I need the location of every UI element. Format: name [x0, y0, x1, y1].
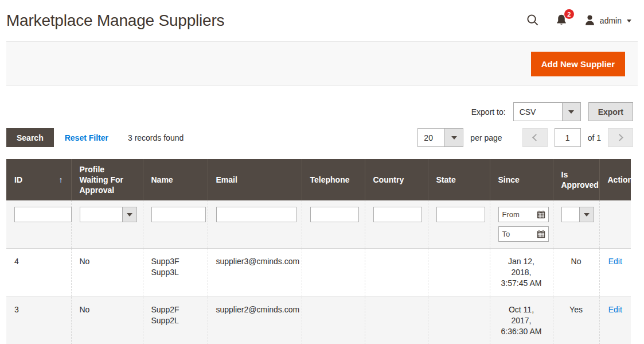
admin-account-menu[interactable]: admin: [584, 14, 631, 28]
chevron-down-icon: [579, 207, 594, 222]
per-page-select[interactable]: 20: [417, 128, 463, 147]
sort-ascending-icon: ↑: [59, 175, 63, 185]
cell-country: [365, 297, 428, 344]
calendar-icon[interactable]: [536, 229, 546, 239]
cell-since: Jan 12, 2018,3:57:45 AM: [490, 249, 553, 297]
cell-action: Edit: [599, 297, 631, 344]
current-page-input[interactable]: [555, 128, 581, 147]
cell-is-approved: No: [553, 249, 599, 297]
filter-name-input[interactable]: [151, 207, 206, 222]
column-header-id[interactable]: ID ↑: [6, 159, 71, 200]
header-actions: 2 admin: [526, 13, 631, 28]
edit-link[interactable]: Edit: [608, 257, 622, 266]
total-pages-label: of 1: [588, 133, 601, 142]
search-button[interactable]: Search: [6, 128, 54, 147]
filter-profile-waiting-select[interactable]: [80, 207, 137, 222]
cell-id: 3: [6, 297, 71, 344]
filter-country-input[interactable]: [373, 207, 422, 222]
grid-filter-row: [6, 200, 631, 249]
export-format-select[interactable]: CSV: [513, 102, 581, 121]
cell-action: Edit: [599, 249, 631, 297]
next-page-button[interactable]: [608, 128, 633, 147]
reset-filter-link[interactable]: Reset Filter: [65, 133, 108, 142]
export-format-value: CSV: [514, 103, 562, 121]
export-button[interactable]: Export: [588, 102, 633, 121]
chevron-down-icon: [562, 103, 580, 121]
calendar-icon[interactable]: [536, 210, 546, 219]
column-header-telephone[interactable]: Telephone: [302, 159, 365, 200]
chevron-down-icon: [122, 207, 136, 222]
toolbar-left: Search Reset Filter 3 records found: [6, 128, 184, 147]
export-bar: Export to: CSV Export: [6, 102, 633, 121]
cell-name: Supp2FSupp2L: [143, 297, 208, 344]
search-icon: [526, 13, 539, 28]
column-header-state[interactable]: State: [428, 159, 490, 200]
cell-id: 4: [6, 249, 71, 297]
cell-is-approved: Yes: [553, 297, 599, 344]
filter-since-to-input[interactable]: [502, 230, 536, 238]
filter-state-input[interactable]: [436, 207, 485, 222]
filter-is-approved-select[interactable]: [561, 207, 594, 222]
cell-name: Supp3FSupp3L: [143, 249, 208, 297]
chevron-down-icon: [444, 129, 463, 146]
filter-id-input[interactable]: [14, 207, 72, 222]
column-header-since[interactable]: Since: [490, 159, 553, 200]
table-row: 4 No Supp3FSupp3L supplier3@cminds.com J…: [6, 249, 631, 297]
column-header-is-approved[interactable]: Is Approved: [553, 159, 599, 200]
cell-since: Oct 11, 2017,6:36:30 AM: [490, 297, 553, 344]
per-page-label: per page: [470, 133, 502, 142]
filter-since-from-field: [498, 207, 549, 222]
cell-state: [428, 297, 490, 344]
grid-header-row: ID ↑ Profile Waiting For Approval Name E…: [6, 159, 631, 200]
chevron-right-icon: [616, 134, 623, 141]
chevron-left-icon: [532, 134, 540, 141]
notifications-button[interactable]: 2: [555, 13, 568, 28]
global-search-button[interactable]: [526, 13, 539, 28]
filter-email-input[interactable]: [216, 207, 296, 222]
filter-telephone-input[interactable]: [310, 207, 359, 222]
chevron-down-icon: [627, 20, 631, 22]
filter-since-from-input[interactable]: [502, 210, 536, 219]
cell-profile-waiting: No: [71, 249, 143, 297]
column-header-action: Action: [599, 159, 631, 200]
column-header-email[interactable]: Email: [208, 159, 302, 200]
grid-toolbar: Search Reset Filter 3 records found 20 p…: [6, 128, 633, 147]
records-found-label: 3 records found: [128, 133, 184, 142]
page-title: Marketplace Manage Suppliers: [6, 11, 224, 30]
suppliers-grid: ID ↑ Profile Waiting For Approval Name E…: [6, 159, 631, 344]
notification-count-badge: 2: [564, 9, 574, 19]
filter-since-to-field: [498, 226, 549, 242]
page-header: Marketplace Manage Suppliers 2: [0, 0, 644, 41]
cell-country: [365, 249, 428, 297]
cell-profile-waiting: No: [71, 297, 143, 344]
add-new-supplier-button[interactable]: Add New Supplier: [531, 52, 625, 76]
column-header-profile-waiting[interactable]: Profile Waiting For Approval: [71, 159, 143, 200]
export-to-label: Export to:: [471, 107, 506, 117]
cell-telephone: [302, 249, 365, 297]
cell-state: [428, 249, 490, 297]
column-header-name[interactable]: Name: [143, 159, 208, 200]
pagination-controls: 20 per page of 1: [417, 128, 633, 147]
edit-link[interactable]: Edit: [608, 305, 622, 314]
cell-email: supplier2@cminds.com: [208, 297, 302, 344]
cell-email: supplier3@cminds.com: [208, 249, 302, 297]
user-icon: [584, 14, 596, 28]
per-page-value: 20: [418, 129, 444, 146]
cell-telephone: [302, 297, 365, 344]
previous-page-button[interactable]: [522, 128, 548, 147]
admin-username: admin: [600, 16, 622, 25]
table-row: 3 No Supp2FSupp2L supplier2@cminds.com O…: [6, 297, 631, 344]
column-header-country[interactable]: Country: [365, 159, 428, 200]
page-actions-band: Add New Supplier: [6, 41, 638, 86]
